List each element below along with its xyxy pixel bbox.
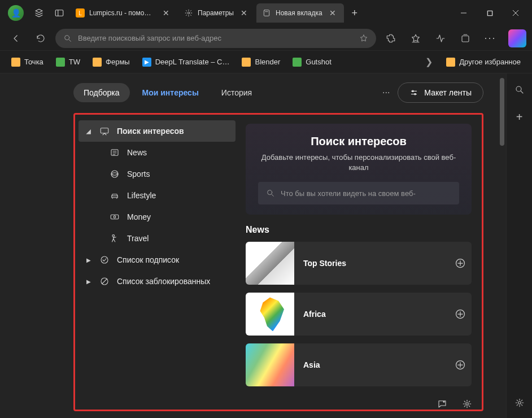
- sidebar-item-label: Lifestyle: [127, 191, 156, 200]
- card-thumb: [246, 242, 294, 285]
- workspaces-icon[interactable]: [29, 3, 49, 23]
- tab-close-icon[interactable]: ✕: [160, 7, 172, 19]
- feed-header: Подборка Мои интересы История ··· Макет …: [73, 82, 483, 103]
- performance-button[interactable]: [430, 28, 451, 49]
- sidebar-item-label: Money: [127, 212, 151, 221]
- bookmarks-overflow-icon[interactable]: ❯: [420, 54, 438, 69]
- svg-rect-0: [55, 10, 63, 16]
- money-icon: [109, 211, 120, 223]
- tab-close-icon[interactable]: ✕: [327, 7, 338, 19]
- card-title: Top Stories: [294, 259, 449, 268]
- tab-label: Lumpics.ru - помощь с: [89, 9, 156, 17]
- sidebar-item-news[interactable]: News: [79, 142, 236, 163]
- tab-close-icon[interactable]: ✕: [238, 7, 250, 19]
- tab-label: Параметры: [198, 9, 234, 17]
- bookmark-tochka[interactable]: Точка: [7, 55, 48, 69]
- new-tab-button[interactable]: +: [345, 3, 364, 23]
- browser-toolbar: Введите поисковый запрос или веб-адрес ·…: [0, 26, 532, 51]
- rail-settings-button[interactable]: [511, 394, 528, 411]
- sheets-icon: [293, 58, 302, 67]
- favicon-gear-icon: [184, 8, 193, 18]
- tab-settings[interactable]: Параметры ✕: [178, 3, 255, 23]
- extensions-button[interactable]: [381, 28, 401, 49]
- address-bar[interactable]: Введите поисковый запрос или веб-адрес: [55, 29, 376, 48]
- feed-layout-button[interactable]: Макет ленты: [398, 82, 483, 103]
- titlebar: 👤 L Lumpics.ru - помощь с ✕ Параметры ✕ …: [0, 0, 532, 26]
- interests-search-input[interactable]: Что бы вы хотели видеть на своем веб-: [258, 182, 459, 204]
- bookmark-deepl[interactable]: ▶DeepL Translate – C…: [138, 55, 234, 69]
- bookmark-blender[interactable]: Blender: [237, 55, 285, 69]
- interests-hero: Поиск интересов Добавьте интересы, чтобы…: [246, 124, 472, 215]
- sidebar-item-travel[interactable]: Travel: [79, 228, 236, 249]
- tab-newtab[interactable]: Новая вкладка ✕: [256, 3, 344, 23]
- back-button[interactable]: [6, 28, 26, 49]
- bookmark-other[interactable]: Другое избранное: [442, 55, 525, 69]
- sidebar-item-label: News: [127, 148, 147, 157]
- bookmark-tw[interactable]: TW: [51, 55, 85, 69]
- folder-icon: [242, 58, 251, 67]
- sidebar-item-lifestyle[interactable]: Lifestyle: [79, 185, 236, 206]
- bookmark-fermy[interactable]: Фермы: [88, 55, 134, 69]
- interests-sidebar: ◢ Поиск интересов News Sports Lifestyle: [75, 115, 239, 410]
- page-settings-button[interactable]: [459, 395, 476, 412]
- add-interest-button[interactable]: [449, 359, 472, 371]
- sheets-icon: [56, 58, 65, 67]
- sidebar-item-sports[interactable]: Sports: [79, 163, 236, 185]
- feed-more-button[interactable]: ···: [377, 84, 395, 101]
- sidebar-item-blocked[interactable]: ▶ Список заблокированных: [79, 271, 236, 292]
- pill-podborka[interactable]: Подборка: [73, 83, 130, 102]
- split-tabs-icon[interactable]: [50, 3, 69, 23]
- bookmarks-bar: Точка TW Фермы ▶DeepL Translate – C… Ble…: [0, 51, 532, 73]
- favorite-star-icon[interactable]: [359, 34, 368, 43]
- check-circle-icon: [99, 254, 110, 265]
- tab-lumpics[interactable]: L Lumpics.ru - помощь с ✕: [70, 3, 177, 23]
- pill-interests[interactable]: Мои интересы: [132, 83, 209, 102]
- rail-search-button[interactable]: [511, 81, 528, 98]
- collections-button[interactable]: [455, 28, 476, 49]
- close-window-button[interactable]: [503, 3, 529, 23]
- favicon-lumpics-icon: L: [76, 8, 85, 18]
- sidebar-item-money[interactable]: Money: [79, 206, 236, 228]
- add-interest-button[interactable]: [449, 308, 472, 320]
- favorites-button[interactable]: [405, 28, 426, 49]
- card-title: Asia: [294, 360, 449, 369]
- chevron-down-icon: ◢: [85, 128, 92, 134]
- svg-rect-3: [487, 11, 492, 15]
- favicon-page-icon: [262, 8, 271, 18]
- deepl-icon: ▶: [142, 58, 151, 67]
- chevron-right-icon: ▶: [85, 278, 92, 285]
- sidebar-item-label: Sports: [127, 169, 150, 178]
- chevron-right-icon: ▶: [85, 257, 92, 263]
- hero-title: Поиск интересов: [258, 135, 459, 148]
- add-interest-button[interactable]: [449, 258, 472, 269]
- svg-point-12: [114, 216, 116, 218]
- svg-point-1: [187, 12, 190, 14]
- address-placeholder: Введите поисковый запрос или веб-адрес: [78, 34, 354, 42]
- browser-sidebar: +: [506, 73, 532, 418]
- sidebar-item-label: Список подписок: [117, 255, 179, 264]
- scrollbar[interactable]: [498, 73, 506, 418]
- sidebar-item-subscriptions[interactable]: ▶ Список подписок: [79, 249, 236, 271]
- interest-card-asia[interactable]: Asia: [246, 343, 472, 386]
- svg-point-13: [112, 235, 115, 237]
- copilot-button[interactable]: [508, 29, 526, 47]
- svg-point-21: [466, 403, 469, 406]
- rail-add-button[interactable]: +: [511, 108, 528, 125]
- refresh-button[interactable]: [30, 28, 51, 49]
- folder-icon: [446, 58, 455, 67]
- chat-bubble-button[interactable]: [434, 395, 451, 412]
- maximize-button[interactable]: [477, 3, 503, 23]
- bookmark-gutshot[interactable]: Gutshot: [288, 55, 336, 69]
- interest-card-africa[interactable]: Africa: [246, 293, 472, 336]
- pill-history[interactable]: История: [211, 83, 262, 102]
- chat-icon: [99, 125, 110, 137]
- svg-point-20: [443, 401, 445, 403]
- minimize-button[interactable]: [451, 3, 477, 23]
- folder-icon: [93, 58, 102, 67]
- sidebar-item-search-interests[interactable]: ◢ Поиск интересов: [79, 120, 236, 142]
- svg-rect-5: [462, 36, 469, 42]
- menu-button[interactable]: ···: [480, 28, 500, 49]
- hero-subtitle: Добавьте интересы, чтобы персонализирова…: [258, 153, 459, 173]
- interest-card-top-stories[interactable]: Top Stories: [246, 242, 472, 285]
- profile-avatar[interactable]: 👤: [8, 5, 24, 21]
